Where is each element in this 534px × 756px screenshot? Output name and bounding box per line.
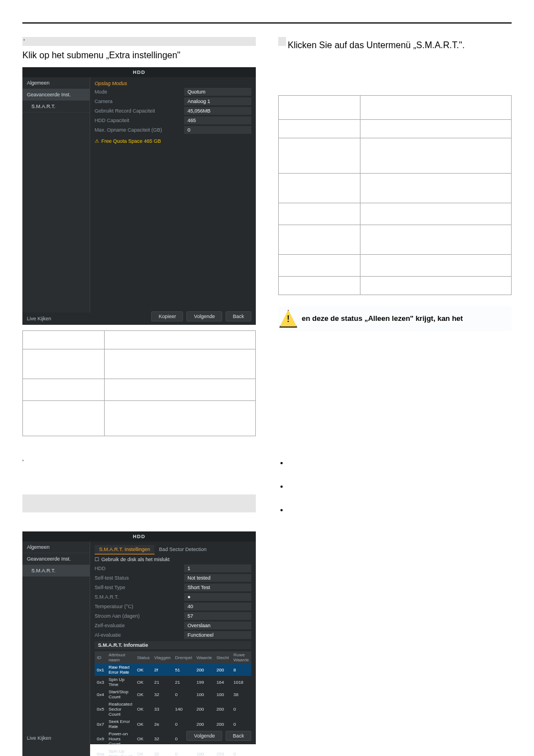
smart-cell-raw: 0 (231, 748, 251, 756)
smart-cell-name: Raw Read Error Rate (106, 664, 135, 676)
sm-smart-v[interactable]: ● (184, 593, 251, 601)
warning-triangle-icon (279, 310, 297, 328)
smart-row[interactable]: 0x7Seek Error RateOK2e02002000 (95, 718, 251, 730)
smart-cell-id: 0x1 (95, 664, 106, 676)
checkbox-icon[interactable]: ☐ (95, 557, 99, 562)
mode-value[interactable]: Quotum (184, 88, 251, 96)
copy-button[interactable]: Kopieer (151, 311, 183, 321)
next-button[interactable]: Volgende (186, 311, 222, 321)
grey-left-text: ' (24, 38, 25, 45)
smart-cell-val: 200 (194, 701, 214, 718)
sidebar-item-general[interactable]: Algemeen (22, 77, 90, 89)
max-cap-value[interactable]: 0 (184, 126, 251, 134)
smart-cell-val: 200 (194, 718, 214, 730)
smart-cell-thresh: 51 (173, 664, 194, 676)
smart-cell-name: Reallocated Sector Count (106, 701, 135, 718)
tab-bad-sector[interactable]: Bad Sector Detection (154, 545, 211, 554)
smart-cell-raw: 0 (231, 718, 251, 730)
tab-smart-settings[interactable]: S.M.A.R.T. Instellingen (95, 545, 154, 554)
th-thresh: Drempel (173, 651, 194, 664)
smart-cell-raw: 1018 (231, 676, 251, 688)
use-disk-checkbox-row[interactable]: ☐Gebruik de disk als het mislukt (95, 557, 251, 562)
lt-r3c0 (23, 401, 105, 436)
smart-cell-name: Seek Error Rate (106, 718, 135, 730)
smart-cell-worst: 200 (214, 718, 231, 730)
sm-tmp-l: Temperatuur (°C) (95, 604, 184, 609)
smart-cell-id: 0x7 (95, 718, 106, 730)
th-id: ID (95, 651, 106, 664)
smart-cell-worst: 200 (214, 701, 231, 718)
smart-panel: HDD Algemeen Geavanceerde Inst. S.M.A.R.… (22, 531, 256, 744)
warning-callout: en deze de status „Alleen lezen" krijgt,… (278, 306, 512, 331)
smart-cell-worst: 253 (214, 748, 231, 756)
sm-se-v: Overslaan (184, 622, 251, 629)
sidebar-item-smart[interactable]: S.M.A.R.T. (22, 101, 90, 113)
smart-cell-id: 0x4 (95, 688, 106, 701)
smart-cell-worst: 164 (214, 676, 231, 688)
section-label: Opslag Modus (95, 81, 251, 86)
smart-cell-raw: 38 (231, 688, 251, 701)
smart-row[interactable]: 0xaSpin Up Retry CountOK3201002530 (95, 748, 251, 756)
smart-live-view-link[interactable]: Live Kijken (27, 735, 51, 741)
sidebar-item-advanced[interactable]: Geavanceerde Inst. (22, 89, 90, 101)
smart-cell-thresh: 21 (173, 676, 194, 688)
smart-row[interactable]: 0x5Reallocated Sector CountOK33140200200… (95, 701, 251, 718)
max-cap-label: Max. Opname Capaciteit (GB) (95, 127, 184, 133)
smart-cell-val: 200 (194, 664, 214, 676)
smart-cell-id: 0xa (95, 748, 106, 756)
hdd-cap-value: 465 (184, 116, 251, 124)
bullet-0 (288, 459, 512, 466)
smart-panel-title: HDD (22, 531, 256, 542)
sm-sts-l: Self-test Status (95, 575, 184, 581)
camera-value[interactable]: Analoog 1 (184, 97, 251, 105)
use-disk-label: Gebruik de disk als het mislukt (101, 557, 170, 562)
grey-header-left: ' (22, 37, 256, 46)
smart-row[interactable]: 0x3Spin Up TimeOK21211991641018 (95, 676, 251, 688)
mid-comma: ' (22, 436, 256, 492)
grey-stub-right (278, 37, 286, 46)
sm-stt-v[interactable]: Short Test (184, 584, 251, 591)
smart-cell-flags: 33 (152, 701, 172, 718)
smart-row[interactable]: 0x4Start/Stop CountOK32010010038 (95, 688, 251, 701)
rt-r6c0 (279, 255, 360, 277)
bullet-2 (288, 506, 512, 514)
smart-cell-thresh: 0 (173, 748, 194, 756)
th-val: Waarde (194, 651, 214, 664)
smart-cell-status: OK (135, 748, 152, 756)
rt-r4c1 (360, 203, 511, 225)
sidebar-item-smart-2[interactable]: S.M.A.R.T. (22, 565, 90, 577)
hdd-cap-label: HDD Capaciteit (95, 118, 184, 123)
heading-right: Klicken Sie auf das Untermenü „S.M.A.R.T… (288, 40, 465, 50)
quota-warning: ⚠Free Quota Space 465 GB (95, 138, 251, 144)
rt-r2c0 (279, 138, 360, 174)
smart-cell-name: Spin Up Time (106, 676, 135, 688)
smart-row[interactable]: 0x1Raw Read Error RateOK2f512002008 (95, 664, 251, 676)
smart-next-button[interactable]: Volgende (186, 731, 222, 741)
warning-text: en deze de status „Alleen lezen" krijgt,… (302, 310, 463, 328)
quota-panel: HDD Algemeen Geavanceerde Inst. S.M.A.R.… (22, 67, 256, 325)
th-flags: Vlaggen (152, 651, 172, 664)
smart-cell-name: Power-on Hours Count (106, 730, 135, 748)
rt-r1c0 (279, 120, 360, 138)
th-raw: Ruwe Waarde (231, 651, 251, 664)
smart-cell-id: 0x9 (95, 730, 106, 748)
sidebar-item-general-2[interactable]: Algemeen (22, 542, 90, 553)
back-button[interactable]: Back (226, 311, 251, 321)
smart-cell-thresh: 0 (173, 688, 194, 701)
sidebar-item-advanced-2[interactable]: Geavanceerde Inst. (22, 553, 90, 565)
sm-hdd-v[interactable]: 1 (184, 564, 251, 572)
rt-r5c0 (279, 225, 360, 255)
sm-hdd-l: HDD (95, 566, 184, 571)
smart-cell-status: OK (135, 676, 152, 688)
smart-sidebar: Algemeen Geavanceerde Inst. S.M.A.R.T. (22, 542, 90, 756)
smart-cell-flags: 32 (152, 748, 172, 756)
grey-section-bar (22, 494, 256, 512)
smart-cell-flags: 32 (152, 730, 172, 748)
live-view-link[interactable]: Live Kijken (27, 316, 51, 321)
sm-tmp-v: 40 (184, 603, 251, 610)
used-value: 45,056MB (184, 107, 251, 115)
smart-cell-flags: 2e (152, 718, 172, 730)
smart-cell-id: 0x3 (95, 676, 106, 688)
warning-icon: ⚠ (95, 138, 99, 144)
smart-back-button[interactable]: Back (226, 731, 251, 741)
